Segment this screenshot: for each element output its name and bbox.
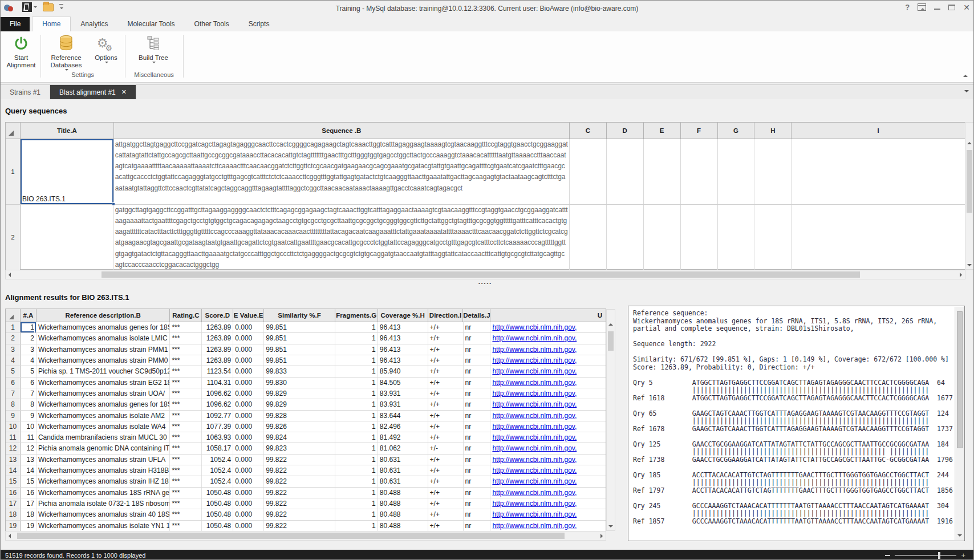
rating-cell[interactable]: *** [170,476,202,486]
direction-cell[interactable]: +/+ [428,421,464,432]
direction-cell[interactable]: +/+ [428,488,464,498]
column-header-sequence[interactable]: Sequence .B [114,123,570,139]
result-row[interactable]: 17 17 Pichia anomala isolate 0732-1 18S … [6,498,606,509]
coverage-cell[interactable]: 85.940 [378,366,428,376]
col-header-url[interactable]: U [490,309,606,322]
result-row[interactable]: 2 2 Wickerhamomyces anomalus isolate LMI… [6,333,606,344]
empty-cell[interactable] [644,205,681,270]
similarity-cell[interactable]: 99.822 [264,465,335,476]
rank-cell[interactable]: 6 [21,378,36,388]
score-cell[interactable]: 1263.89 [202,322,233,332]
zoom-slider-thumb[interactable] [938,552,940,559]
zoom-slider[interactable] [895,555,956,556]
coverage-cell[interactable]: 83.931 [378,388,428,399]
description-cell[interactable]: Wickerhamomyces anomalus isolate AM2 [36,411,171,421]
description-cell[interactable]: Wickerhamomyces anomalus isolate WA4 [36,421,171,432]
result-row[interactable]: 14 14 Wickerhamomyces anomalus strain H3… [6,465,606,476]
column-header-title[interactable]: Title.A [21,123,114,139]
fragments-cell[interactable]: 1 [335,476,378,486]
scroll-down-icon[interactable] [957,534,962,537]
result-row[interactable]: 13 13 Wickerhamomyces anomalus strain UF… [6,455,606,465]
description-cell[interactable]: Wickerhamomyces anomalus strain IHZ 18 [36,476,171,486]
details-cell[interactable]: nr [464,411,491,421]
scroll-up-icon[interactable] [608,323,613,326]
row-number[interactable]: 18 [6,509,21,520]
help-icon[interactable]: ? [905,3,910,11]
description-cell[interactable]: Wickerhamomyces anomalus strain PMM0 [36,355,171,366]
evalue-cell[interactable]: 0.000 [233,411,264,421]
rating-cell[interactable]: *** [170,443,202,453]
details-cell[interactable]: nr [464,388,491,399]
tab-blast-alignment[interactable]: Blast alignment #1 ✕ [50,85,136,99]
details-cell[interactable]: nr [464,322,491,332]
direction-cell[interactable]: +/+ [428,355,464,366]
row-number[interactable]: 19 [6,521,21,531]
row-number[interactable]: 9 [6,411,21,421]
score-cell[interactable]: 1096.62 [202,388,233,399]
row-number[interactable]: 13 [6,455,21,465]
evalue-cell[interactable]: 0.000 [233,521,264,531]
row-number[interactable]: 2 [6,205,21,270]
coverage-cell[interactable]: 80.488 [378,521,428,531]
scroll-left-icon[interactable] [9,534,11,538]
ncbi-link[interactable]: http://www.ncbi.nlm.nih.gov, [492,412,577,420]
empty-cell[interactable] [681,139,718,204]
rank-cell[interactable]: 4 [21,355,36,366]
details-cell[interactable]: nr [464,344,491,355]
score-cell[interactable]: 1063.93 [202,432,233,443]
close-button[interactable]: ✕ [963,3,970,11]
details-cell[interactable]: nr [464,378,491,388]
direction-cell[interactable]: +/+ [428,399,464,409]
score-cell[interactable]: 1096.62 [202,399,233,409]
detail-pane-vscrollbar[interactable] [955,307,964,540]
rank-cell[interactable]: 8 [21,399,36,409]
rating-cell[interactable]: *** [170,465,202,476]
details-cell[interactable]: nr [464,476,491,486]
empty-cell[interactable] [607,139,644,204]
coverage-cell[interactable]: 96.413 [378,355,428,366]
rank-cell[interactable]: 3 [21,344,36,355]
ncbi-link[interactable]: http://www.ncbi.nlm.nih.gov, [492,444,577,452]
direction-cell[interactable]: +/+ [428,344,464,355]
rank-cell[interactable]: 15 [21,476,36,486]
row-number[interactable]: 2 [6,333,21,343]
fragments-cell[interactable]: 1 [335,333,378,343]
direction-cell[interactable]: +/+ [428,521,464,531]
evalue-cell[interactable]: 0.000 [233,432,264,443]
description-cell[interactable]: Pichia anomala genomic DNA containing IT [36,443,171,453]
coverage-cell[interactable]: 84.505 [378,378,428,388]
ncbi-link[interactable]: http://www.ncbi.nlm.nih.gov, [492,477,577,485]
empty-cell[interactable] [792,205,965,270]
row-number[interactable]: 5 [6,366,21,376]
direction-cell[interactable]: +/- [428,443,464,453]
details-cell[interactable]: nr [464,488,491,498]
query-row-1[interactable]: 1 BIO 263.ITS.1 attgatggcttagtgaggcttccg… [6,139,965,205]
ncbi-link[interactable]: http://www.ncbi.nlm.nih.gov, [492,367,577,375]
coverage-cell[interactable]: 82.496 [378,421,428,432]
row-number[interactable]: 10 [6,421,21,432]
query-grid-hscrollbar[interactable] [5,270,965,279]
fragments-cell[interactable]: 1 [335,388,378,399]
evalue-cell[interactable]: 0.000 [233,465,264,476]
result-row[interactable]: 8 8 Wickerhamomyces anomalus genes for 1… [6,399,606,410]
details-cell[interactable]: nr [464,509,491,520]
rank-cell[interactable]: 14 [21,465,36,476]
rating-cell[interactable]: *** [170,411,202,421]
similarity-cell[interactable]: 99.851 [264,355,335,366]
fragments-cell[interactable]: 1 [335,366,378,376]
row-number[interactable]: 16 [6,488,21,498]
result-row[interactable]: 9 9 Wickerhamomyces anomalus isolate AM2… [6,411,606,421]
rating-cell[interactable]: *** [170,378,202,388]
rating-cell[interactable]: *** [170,521,202,531]
details-cell[interactable]: nr [464,465,491,476]
tab-home[interactable]: Home [32,17,71,31]
tab-other-tools[interactable]: Other Tools [185,17,239,31]
evalue-cell[interactable]: 0.000 [233,322,264,332]
ncbi-link[interactable]: http://www.ncbi.nlm.nih.gov, [492,456,577,464]
col-header-similarity[interactable]: Similarity %.F [264,309,335,322]
score-cell[interactable]: 1077.39 [202,421,233,432]
scroll-right-icon[interactable] [600,534,603,538]
empty-cell[interactable] [570,139,607,204]
scroll-left-icon[interactable] [9,273,11,277]
reference-databases-button[interactable]: Reference Databases [44,34,88,72]
